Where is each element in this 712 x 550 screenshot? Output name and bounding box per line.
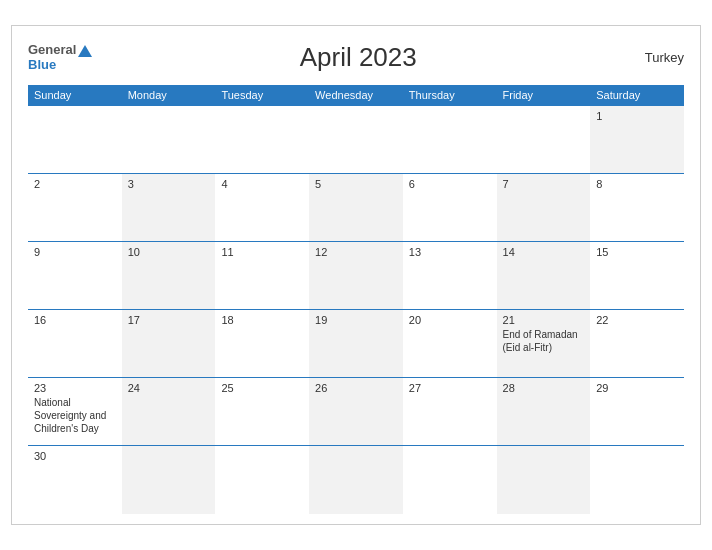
calendar-cell: [497, 106, 591, 174]
calendar-cell: 28: [497, 378, 591, 446]
day-number: 20: [409, 314, 491, 326]
calendar-cell: 23National Sovereignty and Children's Da…: [28, 378, 122, 446]
week-row-5: 23National Sovereignty and Children's Da…: [28, 378, 684, 446]
week-row-6: 30: [28, 446, 684, 514]
day-number: 22: [596, 314, 678, 326]
day-number: 6: [409, 178, 491, 190]
day-number: 8: [596, 178, 678, 190]
calendar-cell: [497, 446, 591, 514]
calendar-cell: 14: [497, 242, 591, 310]
weekday-header-row: SundayMondayTuesdayWednesdayThursdayFrid…: [28, 85, 684, 106]
day-number: 17: [128, 314, 210, 326]
calendar-cell: 16: [28, 310, 122, 378]
calendar-cell: 18: [215, 310, 309, 378]
logo-triangle-icon: [78, 45, 92, 57]
calendar-cell: 15: [590, 242, 684, 310]
calendar-cell: 29: [590, 378, 684, 446]
day-number: 28: [503, 382, 585, 394]
calendar-thead: SundayMondayTuesdayWednesdayThursdayFrid…: [28, 85, 684, 106]
day-number: 4: [221, 178, 303, 190]
day-number: 15: [596, 246, 678, 258]
calendar-body: 123456789101112131415161718192021End of …: [28, 106, 684, 514]
weekday-header-friday: Friday: [497, 85, 591, 106]
weekday-header-wednesday: Wednesday: [309, 85, 403, 106]
day-number: 24: [128, 382, 210, 394]
calendar-title: April 2023: [92, 42, 624, 73]
day-number: 10: [128, 246, 210, 258]
calendar-cell: [590, 446, 684, 514]
calendar-cell: 24: [122, 378, 216, 446]
calendar-cell: 12: [309, 242, 403, 310]
calendar-header: General Blue April 2023 Turkey: [28, 42, 684, 73]
day-number: 25: [221, 382, 303, 394]
calendar-cell: 21End of Ramadan (Eid al-Fitr): [497, 310, 591, 378]
calendar-cell: 9: [28, 242, 122, 310]
calendar: General Blue April 2023 Turkey SundayMon…: [11, 25, 701, 525]
calendar-cell: 17: [122, 310, 216, 378]
calendar-cell: [28, 106, 122, 174]
day-number: 14: [503, 246, 585, 258]
calendar-cell: [309, 446, 403, 514]
day-number: 11: [221, 246, 303, 258]
day-number: 21: [503, 314, 585, 326]
week-row-3: 9101112131415: [28, 242, 684, 310]
day-number: 18: [221, 314, 303, 326]
calendar-cell: [215, 106, 309, 174]
calendar-cell: 19: [309, 310, 403, 378]
event-text: End of Ramadan (Eid al-Fitr): [503, 329, 578, 353]
calendar-country: Turkey: [624, 50, 684, 65]
weekday-header-thursday: Thursday: [403, 85, 497, 106]
day-number: 9: [34, 246, 116, 258]
calendar-cell: 2: [28, 174, 122, 242]
weekday-header-sunday: Sunday: [28, 85, 122, 106]
day-number: 13: [409, 246, 491, 258]
logo-blue-text: Blue: [28, 58, 92, 72]
calendar-cell: 4: [215, 174, 309, 242]
calendar-cell: 5: [309, 174, 403, 242]
calendar-cell: 1: [590, 106, 684, 174]
day-number: 3: [128, 178, 210, 190]
calendar-table: SundayMondayTuesdayWednesdayThursdayFrid…: [28, 85, 684, 514]
calendar-cell: [403, 446, 497, 514]
weekday-header-tuesday: Tuesday: [215, 85, 309, 106]
calendar-cell: 10: [122, 242, 216, 310]
weekday-header-monday: Monday: [122, 85, 216, 106]
calendar-cell: 25: [215, 378, 309, 446]
logo: General Blue: [28, 43, 92, 72]
day-number: 19: [315, 314, 397, 326]
day-number: 30: [34, 450, 116, 462]
calendar-cell: [309, 106, 403, 174]
calendar-cell: 20: [403, 310, 497, 378]
weekday-header-saturday: Saturday: [590, 85, 684, 106]
calendar-cell: 30: [28, 446, 122, 514]
week-row-4: 161718192021End of Ramadan (Eid al-Fitr)…: [28, 310, 684, 378]
calendar-cell: 26: [309, 378, 403, 446]
event-text: National Sovereignty and Children's Day: [34, 397, 106, 434]
day-number: 27: [409, 382, 491, 394]
day-number: 26: [315, 382, 397, 394]
calendar-cell: [403, 106, 497, 174]
logo-general-text: General: [28, 43, 76, 57]
day-number: 23: [34, 382, 116, 394]
day-number: 12: [315, 246, 397, 258]
week-row-2: 2345678: [28, 174, 684, 242]
calendar-cell: [122, 446, 216, 514]
calendar-cell: 8: [590, 174, 684, 242]
calendar-cell: [122, 106, 216, 174]
day-number: 1: [596, 110, 678, 122]
day-number: 2: [34, 178, 116, 190]
week-row-1: 1: [28, 106, 684, 174]
day-number: 7: [503, 178, 585, 190]
calendar-cell: 27: [403, 378, 497, 446]
calendar-cell: [215, 446, 309, 514]
calendar-cell: 6: [403, 174, 497, 242]
calendar-cell: 11: [215, 242, 309, 310]
calendar-cell: 13: [403, 242, 497, 310]
day-number: 5: [315, 178, 397, 190]
calendar-cell: 7: [497, 174, 591, 242]
calendar-cell: 3: [122, 174, 216, 242]
day-number: 16: [34, 314, 116, 326]
calendar-cell: 22: [590, 310, 684, 378]
day-number: 29: [596, 382, 678, 394]
